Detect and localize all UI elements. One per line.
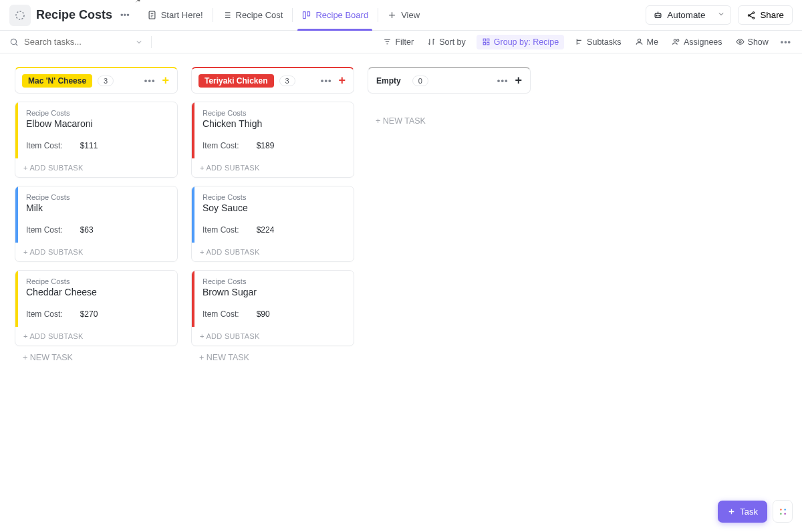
tab-recipe-board[interactable]: Recipe Board [292,0,378,30]
column-pill[interactable]: Empty [375,74,407,88]
column-more-icon[interactable]: ••• [497,76,509,86]
svg-point-10 [11,39,16,44]
workspace-icon[interactable] [9,5,31,26]
column-add-icon[interactable]: + [337,74,347,88]
column-count: 3 [98,76,114,86]
column-add-icon[interactable]: + [160,74,170,88]
column-header: Mac 'N' Cheese3•••+ [15,67,178,94]
card-list-name: Recipe Costs [203,277,346,285]
assignees-label: Assignees [684,37,722,47]
card-list-name: Recipe Costs [26,109,169,117]
column-header: Empty0•••+ [368,67,531,94]
item-cost-label: Item Cost: [203,309,239,319]
add-subtask-button[interactable]: + ADD SUBTASK [15,327,177,346]
add-subtask-button[interactable]: + ADD SUBTASK [192,327,354,346]
item-cost-value: $63 [80,225,94,235]
card-title: Elbow Macaroni [26,118,169,129]
robot-icon [653,10,663,20]
filter-label: Filter [395,37,414,47]
item-cost-label: Item Cost: [26,141,63,150]
toolbar-more-icon[interactable]: ••• [779,37,793,47]
add-subtask-button[interactable]: + ADD SUBTASK [15,158,177,177]
title-more-icon[interactable]: ••• [118,10,132,20]
me-label: Me [647,37,658,47]
board-column: Empty0•••++ NEW TASK [368,67,531,132]
add-subtask-button[interactable]: + ADD SUBTASK [192,243,354,261]
column-header: Teriyaki Chicken3•••+ [191,67,354,94]
add-subtask-button[interactable]: + ADD SUBTASK [192,158,354,177]
task-card[interactable]: Recipe CostsChicken ThighItem Cost:$189+… [191,102,354,178]
card-list-name: Recipe Costs [203,193,346,201]
card-title: Brown Sugar [203,287,346,297]
card-list-name: Recipe Costs [26,277,169,285]
tab-label: Recipe Board [315,10,368,20]
tab-label: Start Here! [161,10,203,20]
automate-dropdown[interactable] [712,5,731,25]
subtasks-label: Subtasks [587,37,621,47]
column-pill[interactable]: Mac 'N' Cheese [22,74,92,88]
card-list-name: Recipe Costs [26,193,169,201]
task-card[interactable]: Recipe CostsBrown SugarItem Cost:$90+ AD… [191,270,354,346]
search-input[interactable] [24,37,124,47]
tab-label: Recipe Cost [236,10,283,20]
show-button[interactable]: Show [733,35,771,49]
list-icon [222,10,232,20]
card-list-name: Recipe Costs [203,109,346,117]
svg-rect-12 [487,39,489,41]
column-more-icon[interactable]: ••• [321,76,332,86]
column-more-icon[interactable]: ••• [144,76,156,86]
item-cost-value: $270 [80,309,98,319]
card-title: Milk [26,203,169,213]
automate-button[interactable]: Automate [646,5,712,25]
item-cost-label: Item Cost: [203,225,239,235]
task-card[interactable]: Recipe CostsSoy SauceItem Cost:$224+ ADD… [191,186,354,262]
share-label: Share [760,10,784,20]
svg-point-8 [749,14,750,15]
tab-recipe-cost[interactable]: Recipe Cost [213,0,293,30]
me-button[interactable]: Me [632,35,661,49]
task-card[interactable]: Recipe CostsElbow MacaroniItem Cost:$111… [15,102,178,178]
card-title: Chicken Thigh [203,118,346,129]
filter-button[interactable]: Filter [380,35,416,49]
new-task-button[interactable]: + NEW TASK [368,110,531,132]
assignees-button[interactable]: Assignees [669,35,725,49]
tab-start-here[interactable]: Start Here! [138,0,213,30]
new-task-button[interactable]: + NEW TASK [191,346,354,369]
task-card[interactable]: Recipe CostsMilkItem Cost:$63+ ADD SUBTA… [15,186,178,262]
new-task-button[interactable]: + NEW TASK [15,346,178,369]
share-button[interactable]: Share [738,5,793,25]
svg-rect-2 [303,12,306,19]
svg-point-9 [753,17,755,18]
item-cost-label: Item Cost: [203,141,239,150]
doc-icon [147,10,157,20]
column-pill[interactable]: Teriyaki Chicken [198,74,274,88]
page-title: Recipe Costs [36,8,112,22]
group-label: Group by: Recipe [494,37,559,47]
item-cost-value: $111 [80,141,98,150]
tab-add-view[interactable]: View [378,0,429,30]
board-column: Mac 'N' Cheese3•••+Recipe CostsElbow Mac… [15,67,178,369]
task-card[interactable]: Recipe CostsCheddar CheeseItem Cost:$270… [15,270,178,346]
board-icon [301,10,311,20]
add-subtask-button[interactable]: + ADD SUBTASK [15,243,177,261]
subtasks-button[interactable]: Subtasks [572,35,624,49]
tab-label: View [401,10,420,20]
column-count: 3 [279,76,295,86]
column-count: 0 [412,76,428,86]
item-cost-value: $189 [257,141,275,150]
plus-icon [387,10,397,20]
sort-label: Sort by [439,37,466,47]
svg-point-15 [638,39,640,41]
chevron-down-icon[interactable] [135,38,143,46]
svg-point-6 [659,15,660,16]
automate-label: Automate [667,10,705,20]
svg-point-17 [676,39,678,41]
svg-rect-11 [483,39,485,41]
board-column: Teriyaki Chicken3•••+Recipe CostsChicken… [191,67,354,369]
search-input-wrap[interactable] [9,37,143,47]
group-by-button[interactable]: Group by: Recipe [477,35,564,49]
sort-button[interactable]: Sort by [424,35,469,49]
item-cost-label: Item Cost: [26,309,63,319]
column-add-icon[interactable]: + [513,74,523,88]
svg-rect-13 [483,43,485,45]
